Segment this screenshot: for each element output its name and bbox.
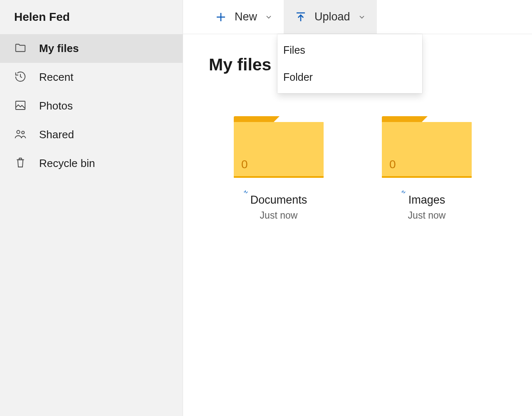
folder-item-count: 0	[389, 158, 396, 171]
sidebar-item-label: Photos	[39, 100, 73, 112]
user-name: Helen Fed	[14, 10, 70, 24]
folder-thumbnail: 0	[382, 116, 472, 179]
folder-tile[interactable]: 0 Documents Just now	[234, 116, 324, 221]
plus-icon	[215, 11, 227, 23]
sidebar-item-my-files[interactable]: My files	[0, 34, 183, 63]
sidebar-item-label: My files	[39, 42, 79, 55]
svg-point-2	[22, 131, 24, 134]
toolbar: New Upload	[183, 0, 532, 34]
upload-button[interactable]: Upload	[284, 0, 377, 34]
upload-files-option[interactable]: Files	[277, 37, 422, 64]
folder-name: Images	[408, 194, 445, 206]
upload-button-label: Upload	[314, 10, 350, 23]
sidebar-item-photos[interactable]: Photos	[0, 92, 183, 120]
trash-icon	[14, 157, 39, 171]
main-content: New Upload Files Folder My files 0	[183, 0, 532, 416]
sidebar-item-recent[interactable]: Recent	[0, 63, 183, 92]
upload-folder-option[interactable]: Folder	[277, 64, 422, 91]
folder-modified: Just now	[250, 210, 307, 221]
history-icon	[14, 70, 39, 85]
dropdown-item-label: Files	[283, 44, 305, 56]
dropdown-item-label: Folder	[283, 71, 313, 83]
sync-icon	[243, 187, 250, 200]
user-name-header: Helen Fed	[0, 0, 183, 34]
file-grid: 0 Documents Just now 0	[183, 75, 532, 221]
svg-rect-0	[16, 101, 25, 110]
svg-point-1	[17, 130, 20, 134]
sidebar-item-label: Recent	[39, 71, 73, 84]
sidebar-item-shared[interactable]: Shared	[0, 120, 183, 149]
sidebar-item-label: Shared	[39, 128, 74, 141]
folder-thumbnail: 0	[234, 116, 324, 179]
folder-name: Documents	[250, 194, 307, 206]
sidebar: Helen Fed My files Recent Photos Shared …	[0, 0, 183, 416]
sidebar-item-label: Recycle bin	[39, 157, 95, 170]
upload-icon	[294, 11, 307, 23]
chevron-down-icon	[358, 13, 366, 21]
sync-icon	[401, 187, 408, 200]
new-button-label: New	[235, 10, 257, 23]
image-icon	[14, 99, 39, 113]
new-button[interactable]: New	[204, 0, 284, 34]
upload-dropdown: Files Folder	[277, 34, 422, 93]
chevron-down-icon	[265, 13, 273, 21]
sidebar-item-recycle-bin[interactable]: Recycle bin	[0, 149, 183, 178]
folder-tile[interactable]: 0 Images Just now	[382, 116, 472, 221]
people-icon	[14, 128, 39, 142]
folder-item-count: 0	[241, 158, 248, 171]
folder-modified: Just now	[408, 210, 446, 221]
folder-icon	[14, 42, 39, 56]
